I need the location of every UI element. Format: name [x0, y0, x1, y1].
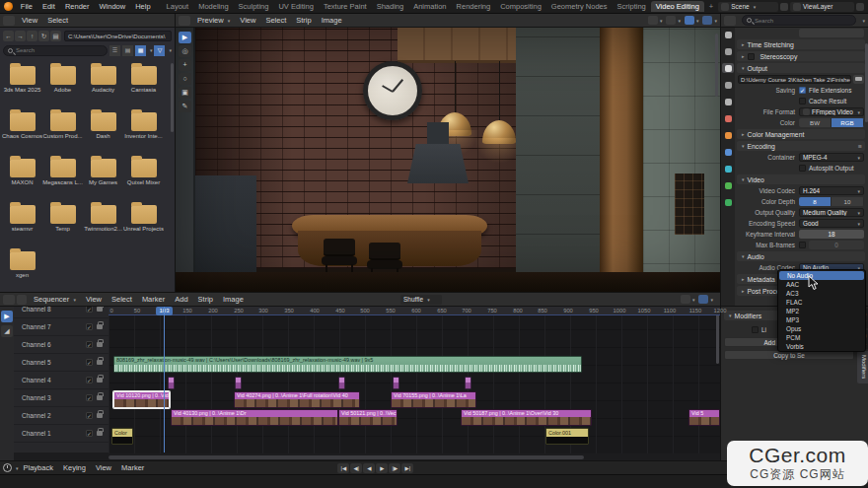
audio-codec-option[interactable]: No Audio — [779, 271, 864, 280]
folder-item[interactable]: Dash — [83, 109, 123, 152]
workspace-tab[interactable]: Scripting — [613, 1, 651, 12]
preview-mode-dropdown[interactable]: Preview ▾ — [192, 16, 235, 25]
add-workspace-button[interactable]: + — [704, 2, 718, 11]
video-strip[interactable]: Vid 50187.png | 0..\Anime 1\Over\Vid 30 — [461, 409, 592, 426]
cache-result-checkbox[interactable] — [799, 98, 806, 105]
blade-tool[interactable]: ◢ — [1, 325, 13, 337]
chevron-down-icon[interactable]: ▾ — [169, 47, 172, 53]
short-video-strip[interactable] — [235, 377, 242, 389]
video-strip[interactable]: Vid 10120.png | 0..Vid — [113, 391, 170, 408]
workspace-tab[interactable]: Shading — [372, 1, 409, 12]
sequencer-mode-dropdown[interactable]: Sequencer ▾ — [29, 295, 81, 304]
file-search[interactable] — [3, 45, 108, 56]
section-color-management[interactable]: ▸Color Management — [737, 129, 865, 139]
cursor-tool[interactable]: ◎ — [179, 45, 191, 57]
section-audio[interactable]: ▾Audio — [737, 251, 865, 261]
search-input[interactable] — [755, 18, 806, 24]
modifier-icon[interactable] — [722, 147, 734, 157]
menu-item[interactable]: Select — [42, 16, 73, 25]
sequencer-display-icon[interactable] — [17, 295, 27, 305]
display-vertical-list-icon[interactable]: ☰ — [109, 45, 120, 56]
link-checkbox[interactable] — [752, 326, 759, 333]
menu-item[interactable]: Select — [260, 16, 291, 25]
color-mode-segment[interactable]: BWRGB — [799, 118, 864, 127]
forward-icon[interactable]: → — [15, 31, 26, 41]
menu-item[interactable]: Strip — [291, 16, 316, 25]
path-field[interactable]: C:\Users\User\OneDrive\Documents\ — [64, 31, 172, 41]
clock-icon[interactable] — [3, 463, 12, 472]
menu-item[interactable]: Edit — [37, 2, 60, 11]
folder-item[interactable]: Camtasia — [123, 63, 164, 105]
folder-item[interactable]: Unreal Projects — [123, 202, 164, 244]
output-path-field[interactable]: D:\Udemy Course 3\Kitchen Take 2\Finishe… — [738, 75, 851, 84]
section-time-stretching[interactable]: ▸Time Stretching — [737, 39, 865, 49]
scale-tool[interactable]: ▣ — [179, 87, 191, 99]
channel-mute-checkbox[interactable]: ✓ — [86, 323, 93, 330]
channel-mute-checkbox[interactable]: ✓ — [86, 341, 93, 348]
workspace-tab[interactable]: Video Editing — [651, 1, 704, 12]
new-folder-icon[interactable]: ▤ — [50, 31, 61, 41]
physics-icon[interactable] — [722, 164, 734, 174]
video-strip[interactable]: Vid 50121.png | 0..\Vec — [338, 409, 398, 426]
channel-row[interactable]: Channel 4 ✓ — [14, 372, 108, 389]
section-output[interactable]: ▾Output — [737, 63, 865, 73]
menu-item[interactable]: Select — [107, 295, 137, 304]
folder-item[interactable]: Audacity — [83, 63, 123, 105]
horizontal-scrollbar[interactable] — [108, 455, 584, 459]
audio-codec-option[interactable]: MP3 — [778, 315, 865, 324]
play-reverse-button[interactable]: ◀ — [363, 463, 375, 473]
channel-row[interactable]: Channel 5 ✓ — [14, 354, 108, 372]
short-video-strip[interactable] — [168, 377, 175, 389]
folder-item[interactable]: Inventor Inte... — [123, 109, 164, 152]
editor-type-icon[interactable] — [3, 16, 15, 26]
annotate-tool[interactable]: ✎ — [179, 101, 191, 112]
file-format-dropdown[interactable]: FFmpeg Video▾ — [799, 107, 864, 116]
channel-mute-checkbox[interactable]: ✓ — [86, 377, 93, 383]
proportional-edit-icon[interactable]: ▾ — [648, 16, 663, 25]
display-horizontal-list-icon[interactable]: ▤ — [122, 45, 133, 56]
short-video-strip[interactable] — [338, 377, 345, 389]
scrollbar[interactable] — [715, 34, 718, 97]
folder-item[interactable]: Temp — [42, 202, 83, 244]
video-codec-dropdown[interactable]: H.264▾ — [799, 186, 864, 195]
short-video-strip[interactable] — [393, 377, 399, 389]
audio-codec-option[interactable]: Vorbis — [778, 342, 865, 351]
video-strip[interactable]: Vid 5 — [688, 409, 720, 426]
workspace-tab[interactable]: Rendering — [452, 1, 496, 12]
channel-mute-checkbox[interactable]: ✓ — [86, 430, 93, 437]
view-layer-icon[interactable] — [722, 80, 734, 90]
blender-logo-icon[interactable] — [4, 2, 13, 11]
video-strip[interactable]: Vid 40130.png | 0..\Anime 1\Dr — [171, 409, 338, 426]
display-thumbnails-icon[interactable]: ▦ — [135, 45, 146, 56]
menu-item[interactable]: Playback — [19, 463, 58, 472]
prev-keyframe-button[interactable]: ◀| — [350, 463, 362, 473]
audio-codec-option[interactable]: Opus — [778, 324, 865, 333]
color-strip[interactable]: Color.001 — [545, 428, 589, 445]
channel-lock-icon[interactable] — [97, 342, 103, 347]
viewlayer-selector[interactable]: ViewLayer — [790, 2, 854, 12]
refresh-icon[interactable]: ↻ — [38, 31, 49, 41]
menu-item[interactable]: Window — [94, 2, 130, 11]
section-stereoscopy[interactable]: ▸Stereoscopy — [737, 51, 865, 61]
constraints-icon[interactable] — [722, 180, 734, 190]
workspace-tab[interactable]: Modeling — [193, 1, 233, 12]
menu-item[interactable]: Image — [218, 295, 249, 304]
browse-folder-icon[interactable] — [853, 75, 864, 84]
channel-lock-icon[interactable] — [97, 431, 103, 436]
workspace-tab[interactable]: UV Editing — [273, 1, 318, 12]
max-b-frames-checkbox[interactable] — [799, 242, 806, 248]
scene-selector[interactable]: Scene ▾ — [718, 2, 778, 12]
render-icon[interactable] — [722, 46, 734, 56]
channel-lock-icon[interactable] — [97, 413, 103, 418]
search-input[interactable] — [16, 47, 67, 53]
folder-item[interactable]: Quixel Mixer — [123, 156, 164, 198]
section-video[interactable]: ▾Video — [737, 174, 865, 184]
color-strip[interactable]: Color — [111, 428, 133, 445]
video-strip[interactable]: Vid 70155.png | 0..\Anime 1\La — [391, 391, 476, 408]
data-icon[interactable] — [722, 197, 734, 207]
folder-item[interactable]: 3ds Max 2025 — [2, 63, 42, 105]
channel-row[interactable]: Channel 6 ✓ — [14, 336, 108, 354]
next-keyframe-button[interactable]: |▶ — [389, 463, 400, 473]
object-icon[interactable] — [722, 130, 734, 140]
audio-strip[interactable]: 808169_zhr_relaxation-music-49.wav | C:\… — [113, 356, 582, 373]
